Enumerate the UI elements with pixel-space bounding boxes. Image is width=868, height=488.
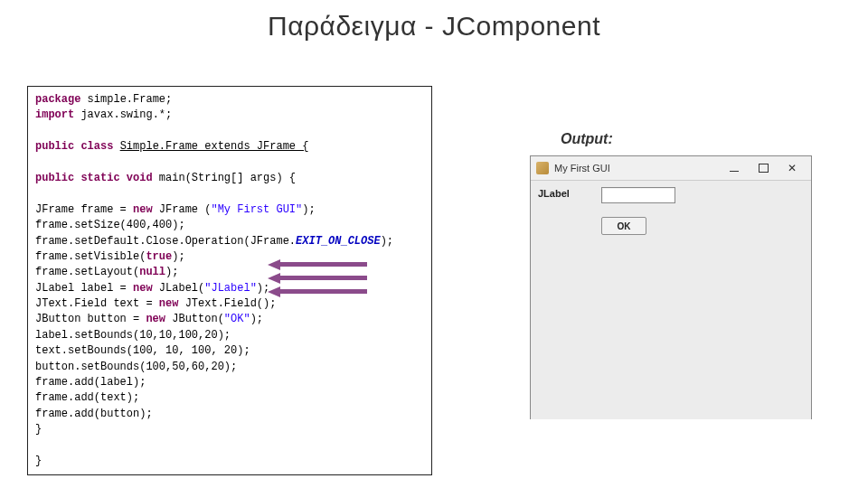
code-text: ); — [257, 282, 269, 295]
window-body: JLabel OK — [531, 181, 811, 419]
code-text: new — [133, 203, 153, 216]
code-text: ); — [250, 313, 263, 325]
code-text: public — [35, 140, 74, 153]
code-text: "JLabel" — [204, 282, 257, 295]
window-title: My First GUI — [554, 163, 724, 174]
code-text: text.setBounds(100, 10, 100, 20); — [35, 344, 250, 357]
code-text: frame.add(label); — [35, 376, 146, 389]
output-label: Output: — [561, 131, 613, 147]
code-text: } — [35, 423, 42, 436]
code-text: JFrame ( — [153, 203, 212, 216]
code-text: JButton button = — [35, 313, 146, 325]
code-text: "OK" — [224, 313, 250, 325]
code-text: ); — [172, 250, 184, 263]
code-text: null — [139, 266, 165, 278]
code-text: JLabel label = — [35, 282, 133, 295]
code-text: ); — [165, 266, 178, 278]
code-text: JLabel( — [153, 282, 205, 295]
code-text: true — [146, 250, 172, 263]
code-text: frame.setLayout( — [35, 266, 139, 278]
minimize-icon[interactable] — [724, 161, 744, 175]
slide-title: Παράδειγμα - JComponent — [0, 11, 868, 42]
code-text: } — [35, 455, 42, 467]
jlabel: JLabel — [538, 188, 570, 199]
code-text: JText.Field text = — [35, 297, 159, 310]
code-text: import — [35, 108, 74, 121]
code-text: "My First GUI" — [211, 203, 302, 216]
jtextfield[interactable] — [601, 187, 675, 203]
code-text: JFrame frame = — [35, 203, 133, 216]
maximize-icon[interactable] — [753, 161, 773, 175]
code-text: class — [74, 140, 119, 153]
code-text: new — [133, 282, 153, 295]
window-buttons — [724, 161, 807, 175]
code-text: frame.setSize(400,400); — [35, 219, 185, 231]
code-text: frame.setVisible( — [35, 250, 146, 263]
code-text: main(String[] args) { — [159, 172, 296, 184]
code-block: package simple.Frame; import javax.swing… — [27, 86, 432, 475]
output-window: My First GUI JLabel OK — [530, 155, 812, 419]
code-text: JButton( — [165, 313, 224, 325]
code-text: ); — [381, 235, 393, 248]
java-icon — [536, 162, 549, 174]
close-icon[interactable] — [782, 161, 802, 175]
code-text: JText.Field(); — [178, 297, 276, 310]
code-text: frame.setDefault.Close.Operation(JFrame. — [35, 235, 296, 248]
code-text: new — [159, 297, 179, 310]
code-text: Simple.Frame extends JFrame { — [120, 140, 309, 153]
code-text: package — [35, 93, 80, 106]
code-text: new — [146, 313, 165, 325]
code-text: EXIT_ON_CLOSE — [296, 235, 381, 248]
window-titlebar: My First GUI — [531, 156, 811, 181]
code-text: frame.add(button); — [35, 408, 153, 420]
code-text: label.setBounds(10,10,100,20); — [35, 329, 231, 342]
code-text: button.setBounds(100,50,60,20); — [35, 361, 237, 373]
code-text: simple.Frame; — [80, 93, 172, 106]
code-text: public — [35, 172, 74, 184]
code-text: frame.add(text); — [35, 391, 139, 404]
code-text: ); — [302, 203, 315, 216]
code-text: javax.swing.*; — [74, 108, 172, 121]
code-text: static void — [74, 172, 159, 184]
ok-button[interactable]: OK — [601, 217, 646, 235]
